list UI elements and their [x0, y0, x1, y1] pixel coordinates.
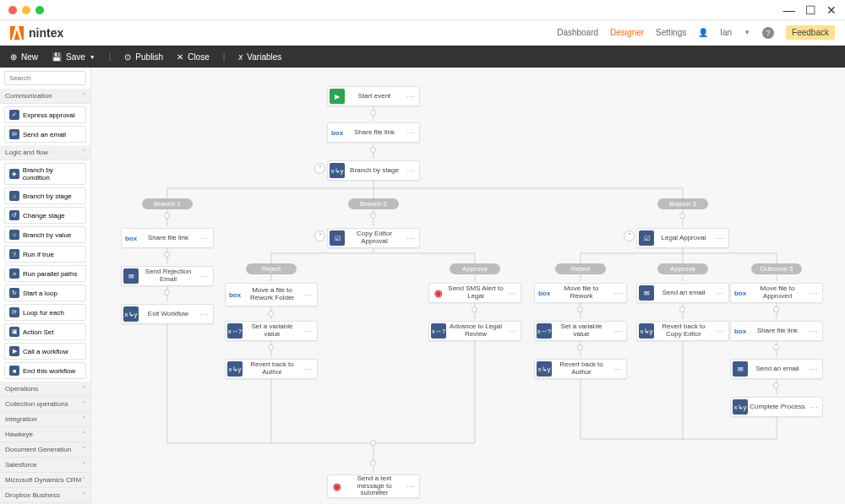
node-branch-by-stage[interactable]: x↳yBranch by stage⋯ — [327, 160, 420, 181]
more-icon[interactable]: ⋯ — [198, 234, 211, 243]
node-share-file-link[interactable]: boxShare file link⋯ — [327, 122, 420, 143]
group-logic-flow[interactable]: Logic and flow˄ — [0, 145, 90, 160]
connector-joint[interactable] — [268, 311, 274, 317]
node-send-email-2[interactable]: ✉Send an email⋯ — [636, 283, 729, 303]
action-call-workflow[interactable]: ▶Call a workflow — [4, 343, 86, 360]
branch-pill-2[interactable]: Branch 2 — [348, 198, 399, 209]
action-start-loop[interactable]: ↻Start a loop — [4, 285, 86, 301]
more-icon[interactable]: ⋯ — [713, 289, 727, 298]
connector-joint[interactable] — [773, 306, 779, 312]
connector-joint[interactable] — [164, 213, 170, 219]
more-icon[interactable]: ⋯ — [505, 327, 519, 336]
toolbar-close[interactable]: ✕ Close — [177, 52, 210, 62]
node-set-variable-2[interactable]: x↔?Set a variable value⋯ — [534, 321, 627, 341]
more-icon[interactable]: ⋯ — [302, 290, 315, 300]
more-icon[interactable]: ⋯ — [404, 166, 417, 176]
more-icon[interactable]: ⋯ — [404, 482, 417, 491]
outcome-reject-2[interactable]: Reject — [555, 263, 606, 274]
toolbar-new[interactable]: ⊕ New — [10, 52, 38, 62]
node-send-email-3[interactable]: ✉Send an email⋯ — [730, 359, 823, 379]
more-icon[interactable]: ⋯ — [807, 365, 820, 374]
action-change-stage[interactable]: ↺Change stage — [4, 207, 86, 224]
close-window-button[interactable] — [8, 6, 17, 14]
more-icon[interactable]: ⋯ — [611, 289, 624, 298]
outcome-approve-2[interactable]: Approve — [657, 263, 708, 274]
more-icon[interactable]: ⋯ — [404, 128, 417, 138]
toolbar-publish[interactable]: ⊙ Publish — [124, 52, 163, 62]
node-revert-author-2[interactable]: x↳yRevert back to Author⋯ — [534, 359, 627, 379]
more-icon[interactable]: ⋯ — [807, 327, 820, 336]
node-move-file-rework-2[interactable]: boxMove file to Rework⋯ — [534, 283, 627, 303]
minimize-icon[interactable]: — — [783, 3, 795, 17]
more-icon[interactable]: ⋯ — [807, 403, 820, 412]
action-action-set[interactable]: ▣Action Set — [4, 323, 86, 340]
more-icon[interactable]: ⋯ — [611, 327, 624, 336]
node-advance-legal-review[interactable]: x↔?Advance to Legal Review⋯ — [428, 321, 521, 341]
more-icon[interactable]: ⋯ — [198, 310, 211, 319]
maximize-window-button[interactable] — [35, 6, 44, 14]
more-icon[interactable]: ⋯ — [505, 289, 519, 298]
node-sms-alert-legal[interactable]: ◉Send SMS Alert to Legal⋯ — [428, 283, 521, 303]
action-branch-stage[interactable]: ⑃Branch by stage — [4, 187, 86, 204]
connector-joint[interactable] — [164, 252, 170, 257]
more-icon[interactable]: ⋯ — [198, 272, 211, 281]
expand-icon[interactable]: ˅ — [624, 230, 635, 241]
group-collection-ops[interactable]: Collection operations˅ — [0, 397, 90, 412]
action-loop-each[interactable]: ⟳Loop for each — [4, 304, 86, 321]
nav-dashboard[interactable]: Dashboard — [557, 28, 598, 37]
more-icon[interactable]: ⋯ — [404, 234, 417, 243]
action-run-parallel[interactable]: ≡Run parallel paths — [4, 265, 86, 282]
expand-icon[interactable]: ˅ — [314, 163, 325, 174]
connector-joint[interactable] — [679, 213, 685, 219]
action-branch-condition[interactable]: ◈Branch by condition — [4, 163, 86, 185]
group-dynamics-crm[interactable]: Microsoft Dynamics CRM˅ — [0, 473, 90, 488]
toolbar-save[interactable]: 💾 Save ▼ — [52, 52, 95, 62]
group-integration[interactable]: Integration˅ — [0, 412, 90, 427]
branch-pill-3[interactable]: Branch 3 — [657, 198, 708, 209]
action-send-email[interactable]: ✉Send an email — [4, 126, 86, 143]
node-share-file-link-b1[interactable]: boxShare file link⋯ — [121, 228, 214, 248]
node-revert-copy-editor[interactable]: x↳yRevert back to Copy Editor⋯ — [636, 321, 729, 341]
search-input[interactable] — [4, 71, 86, 85]
node-copy-editor-approval[interactable]: ☑Copy Editor Approval⋯ — [327, 228, 420, 248]
group-hawkeye[interactable]: Hawkeye˅ — [0, 427, 90, 442]
group-dropbox-biz[interactable]: Dropbox Business˅ — [0, 488, 90, 503]
connector-joint[interactable] — [268, 344, 274, 350]
feedback-button[interactable]: Feedback — [786, 25, 835, 40]
outcome-3[interactable]: Outcome 3 — [751, 263, 802, 274]
action-run-if-true[interactable]: ?Run if true — [4, 246, 86, 263]
node-revert-author-1[interactable]: x↳yRevert back to Author⋯ — [225, 359, 318, 379]
more-icon[interactable]: ⋯ — [713, 327, 727, 336]
group-operations[interactable]: Operations˅ — [0, 382, 90, 397]
help-icon[interactable]: ? — [762, 27, 774, 39]
connector-joint[interactable] — [577, 306, 583, 312]
node-share-file-link-b3[interactable]: boxShare file link⋯ — [730, 321, 823, 341]
action-branch-value[interactable]: ⑂Branch by value — [4, 226, 86, 243]
node-move-file-rework[interactable]: boxMove a file to Rework Folder⋯ — [225, 283, 318, 306]
connector-joint[interactable] — [773, 344, 779, 350]
connector-joint[interactable] — [577, 344, 583, 350]
toolbar-variables[interactable]: x Variables — [238, 52, 281, 62]
node-send-rejection-email[interactable]: ✉Send Rejection Email⋯ — [121, 266, 214, 286]
minimize-window-button[interactable] — [22, 6, 30, 14]
expand-icon[interactable]: ˅ — [314, 230, 325, 241]
nav-user[interactable]: Ian — [720, 28, 732, 37]
more-icon[interactable]: ⋯ — [611, 365, 624, 374]
node-move-file-approved[interactable]: boxMove file to Approved⋯ — [730, 283, 823, 303]
actions-sidebar[interactable]: Communication˄ ✓Express approval ✉Send a… — [0, 68, 91, 504]
node-send-text-message[interactable]: ◉Send a text message to submitter⋯ — [327, 474, 420, 498]
outcome-reject[interactable]: Reject — [246, 263, 297, 274]
outcome-approve[interactable]: Approve — [450, 263, 500, 274]
node-complete-process[interactable]: x↳yComplete Process⋯ — [730, 397, 823, 417]
node-set-variable-1[interactable]: x↔?Set a variable value⋯ — [225, 321, 318, 341]
nav-settings[interactable]: Settings — [656, 28, 686, 37]
connector-joint[interactable] — [679, 306, 685, 312]
nav-designer[interactable]: Designer — [610, 28, 644, 37]
maximize-icon[interactable]: ☐ — [805, 3, 816, 17]
branch-pill-1[interactable]: Branch 1 — [142, 198, 193, 209]
group-communication[interactable]: Communication˄ — [0, 89, 90, 104]
more-icon[interactable]: ⋯ — [807, 289, 820, 298]
more-icon[interactable]: ⋯ — [302, 327, 315, 336]
group-document-gen[interactable]: Document Generation˅ — [0, 442, 90, 458]
node-exit-workflow[interactable]: x↳yExit Workflow⋯ — [121, 304, 214, 324]
